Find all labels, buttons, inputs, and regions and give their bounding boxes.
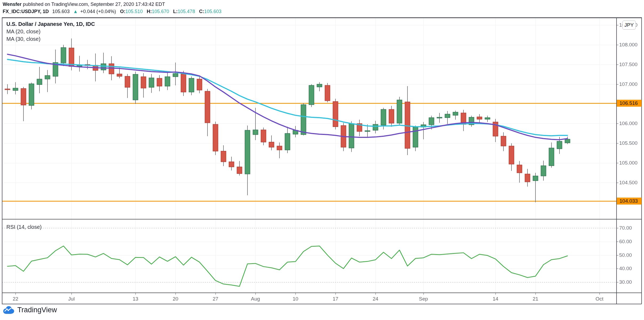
rsi-axis-label: 70.00 <box>619 225 632 231</box>
price-level-badge: 104.033 <box>617 198 642 205</box>
low-value: 105.478 <box>178 9 195 14</box>
time-axis-label[interactable]: 10 <box>293 296 298 302</box>
tradingview-watermark[interactable]: TradingView <box>3 306 57 314</box>
rsi-axis-label: 40.00 <box>619 266 632 271</box>
price-change: +0.044 (+0.04%) <box>80 9 116 14</box>
symbol-label: FX_IDC:USDJPY, 1D <box>3 9 49 14</box>
time-axis-label[interactable]: 20 <box>173 296 178 302</box>
legend-ma20[interactable]: MA (20, close) <box>6 28 95 35</box>
tradingview-snapshot: Wensfer published on TradingView.com, Se… <box>0 0 644 320</box>
time-axis-label[interactable]: Jul <box>68 296 75 302</box>
time-axis-label[interactable]: 27 <box>213 296 218 302</box>
time-axis-label[interactable]: 14 <box>493 296 498 302</box>
time-axis-label[interactable]: 21 <box>533 296 538 302</box>
publish-info: published on TradingView.com, September … <box>22 2 165 7</box>
last-price: 105.603 <box>52 9 70 14</box>
rsi-axis-label: 30.00 <box>619 279 632 285</box>
price-axis-label: 107.000 <box>619 81 638 87</box>
author-name: Wensfer <box>3 2 22 7</box>
price-axis-label: 107.500 <box>619 62 638 67</box>
close-label: C: <box>199 9 204 14</box>
legend-symbol-title[interactable]: U.S. Dollar / Japanese Yen, 1D, IDC <box>6 20 95 28</box>
symbol-status-line: FX_IDC:USDJPY, 1D 105.603 ▲ +0.044 (+0.0… <box>3 9 222 14</box>
time-axis-label[interactable]: 17 <box>333 296 338 302</box>
time-axis-label[interactable]: Oct <box>595 296 603 302</box>
price-axis-label: 108.000 <box>619 42 638 48</box>
legend-ma30[interactable]: MA (30, close) <box>6 35 95 43</box>
currency-toggle-button[interactable]: JPY <box>622 21 636 30</box>
high-value: 105.670 <box>152 9 169 14</box>
tradingview-logo-text: TradingView <box>17 306 57 314</box>
chart-legend: U.S. Dollar / Japanese Yen, 1D, IDC MA (… <box>6 20 95 43</box>
close-value: 105.603 <box>204 9 221 14</box>
price-axis-label: 105.500 <box>619 140 638 146</box>
rsi-axis-label: 60.00 <box>619 239 632 245</box>
time-axis-label[interactable]: Aug <box>251 296 260 302</box>
tradingview-cloud-icon <box>3 306 15 314</box>
price-level-badge: 106.516 <box>617 100 642 107</box>
price-axis-label: 104.500 <box>619 180 638 186</box>
legend-rsi[interactable]: RSI (14, close) <box>6 224 42 230</box>
rsi-axis-label: 50.00 <box>619 252 632 258</box>
high-label: H: <box>147 9 152 14</box>
time-axis-label[interactable]: 22 <box>13 296 18 302</box>
open-value: 105.510 <box>125 9 143 14</box>
low-label: L: <box>173 9 178 14</box>
publish-byline: Wensfer published on TradingView.com, Se… <box>3 2 165 7</box>
time-axis-label[interactable]: Sep <box>419 296 428 302</box>
time-axis-label[interactable]: 13 <box>133 296 138 302</box>
open-label: O: <box>120 9 125 14</box>
up-triangle-icon: ▲ <box>73 9 78 14</box>
price-axis-label: 106.000 <box>619 121 638 126</box>
price-chart-canvas[interactable] <box>0 0 644 320</box>
time-axis-label[interactable]: 24 <box>373 296 378 302</box>
price-axis-label: 105.000 <box>619 160 638 166</box>
